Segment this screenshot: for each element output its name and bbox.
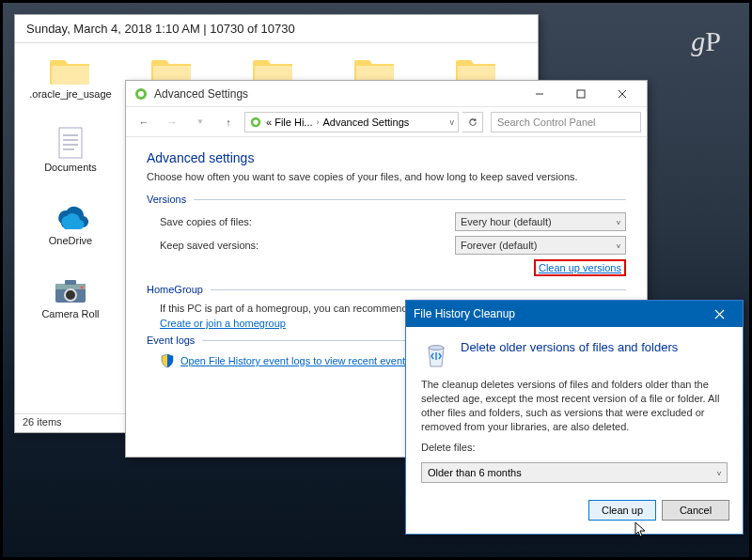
close-button[interactable] (602, 81, 643, 107)
control-panel-icon (133, 86, 149, 101)
address-bar[interactable]: « File Hi... › Advanced Settings v (244, 112, 459, 132)
up-button[interactable]: ↑ (216, 110, 241, 134)
settings-titlebar: Advanced Settings (126, 81, 647, 107)
mouse-cursor (634, 521, 648, 538)
svg-rect-18 (577, 90, 585, 98)
svg-point-22 (253, 119, 258, 124)
dialog-titlebar: File History Cleanup (406, 301, 743, 327)
save-copies-label: Save copies of files: (160, 216, 455, 227)
cleanup-versions-highlight: Clean up versions (534, 259, 626, 276)
folder-label: Documents (44, 162, 97, 174)
page-description: Choose how often you want to save copies… (147, 171, 626, 182)
chevron-down-icon[interactable]: v (450, 117, 455, 127)
delete-files-select[interactable]: Older than 6 monthsv (421, 462, 728, 483)
file-history-cleanup-dialog: File History Cleanup Delete older versio… (405, 300, 744, 535)
chevron-down-icon: v (717, 469, 721, 477)
svg-point-16 (138, 91, 144, 97)
homegroup-link[interactable]: Create or join a homegroup (160, 318, 286, 329)
folder-label: .oracle_jre_usage (29, 88, 111, 101)
chevron-down-icon: v (617, 241, 620, 250)
cancel-button[interactable]: Cancel (662, 500, 729, 521)
settings-title: Advanced Settings (154, 87, 519, 101)
chevron-right-icon: › (317, 117, 320, 127)
folder-item[interactable]: Documents (20, 126, 121, 199)
svg-rect-8 (65, 280, 76, 285)
dialog-heading: Delete older versions of files and folde… (461, 340, 678, 354)
keep-versions-label: Keep saved versions: (160, 240, 455, 251)
dialog-body-text: The cleanup deletes versions of files an… (421, 378, 728, 433)
svg-point-9 (81, 287, 84, 289)
save-copies-select[interactable]: Every hour (default)v (455, 212, 626, 231)
back-button[interactable]: ← (132, 110, 156, 134)
folder-item[interactable]: Camera Roll (20, 272, 121, 346)
maximize-button[interactable] (560, 81, 602, 107)
settings-navbar: ← → ▼ ↑ « File Hi... › Advanced Settings… (126, 107, 647, 137)
breadcrumb-b[interactable]: Advanced Settings (323, 117, 410, 128)
folder-icon (48, 53, 93, 86)
folder-item[interactable]: OneDrive (20, 199, 121, 272)
cleanup-versions-link[interactable]: Clean up versions (539, 262, 621, 273)
svg-point-7 (65, 289, 76, 301)
shield-icon (160, 353, 175, 368)
folder-label: Camera Roll (41, 308, 99, 320)
homegroup-section-header: HomeGroup (147, 284, 626, 295)
refresh-button[interactable] (462, 112, 483, 132)
keep-versions-select[interactable]: Forever (default)v (455, 236, 626, 255)
folder-item[interactable]: .oracle_jre_usage (20, 53, 121, 126)
page-heading: Advanced settings (147, 150, 626, 165)
recycle-bin-icon (421, 340, 451, 370)
onedrive-icon (48, 199, 93, 233)
svg-point-25 (429, 346, 444, 350)
explorer-header: Sunday, March 4, 2018 1:10 AM | 10730 of… (15, 15, 538, 43)
folder-label: OneDrive (49, 235, 92, 247)
chevron-down-icon: v (617, 218, 620, 226)
svg-rect-0 (59, 128, 82, 158)
delete-files-label: Delete files: (421, 441, 728, 455)
search-input[interactable]: Search Control Panel (491, 112, 641, 132)
breadcrumb-a[interactable]: « File Hi... (266, 117, 313, 128)
gp-watermark: gP (691, 25, 721, 57)
minimize-button[interactable] (519, 81, 560, 107)
forward-button[interactable]: → (160, 110, 184, 134)
history-dropdown[interactable]: ▼ (188, 110, 212, 134)
doc-icon (48, 126, 93, 160)
cleanup-button[interactable]: Clean up (588, 500, 656, 521)
versions-section-header: Versions (147, 194, 626, 205)
camera-icon (48, 272, 93, 306)
control-panel-icon (249, 116, 262, 129)
dialog-title: File History Cleanup (414, 307, 699, 320)
dialog-close-button[interactable] (699, 301, 739, 327)
eventlogs-link[interactable]: Open File History event logs to view rec… (180, 355, 431, 366)
